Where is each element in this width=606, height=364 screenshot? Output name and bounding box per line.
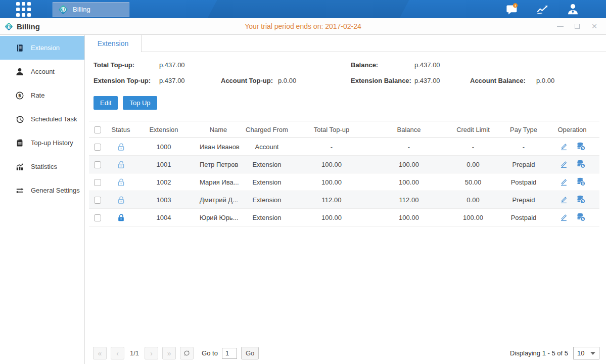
sidebar-item-scheduled-task[interactable]: Scheduled Task: [0, 107, 84, 131]
col-total-topup: Total Top-up: [289, 121, 374, 138]
col-credit-limit: Credit Limit: [444, 121, 502, 138]
cell-pay-type: Postpaid: [502, 209, 545, 226]
edit-pencil-icon[interactable]: [559, 142, 568, 152]
maximize-button[interactable]: [574, 23, 581, 30]
select-all-checkbox[interactable]: [94, 126, 101, 133]
cell-name: Дмитрий Д...: [192, 191, 245, 209]
svg-text:$: $: [582, 199, 584, 203]
unlocked-icon: [117, 195, 125, 203]
prev-page-button[interactable]: ‹: [111, 347, 124, 359]
total-topup-value: p.437.00: [159, 61, 185, 69]
account-balance-label: Account Balance:: [470, 77, 536, 84]
page-size-select[interactable]: 10: [573, 347, 599, 359]
edit-pencil-icon[interactable]: [559, 177, 568, 188]
goto-page-input[interactable]: [222, 348, 237, 359]
cell-charged-from: Account: [245, 138, 289, 156]
balance-label: Balance:: [351, 61, 414, 69]
cell-balance: 100.00: [374, 209, 444, 226]
sidebar-item-rate[interactable]: $ Rate: [0, 83, 84, 107]
svg-text:$: $: [582, 181, 584, 185]
topup-button[interactable]: Top Up: [123, 96, 157, 110]
col-balance: Balance: [374, 121, 444, 138]
unlocked-icon: [117, 142, 125, 150]
svg-text:!: !: [515, 4, 516, 8]
cell-name: Иван Иванов: [192, 138, 245, 156]
chevron-down-icon: [590, 352, 595, 355]
page-info: 1/1: [130, 349, 139, 357]
row-checkbox[interactable]: [94, 197, 101, 204]
first-page-button[interactable]: «: [93, 347, 107, 359]
apps-grid-icon[interactable]: [16, 2, 31, 17]
summary-panel: Total Top-up: p.437.00 Extension Top-up:…: [85, 57, 606, 88]
go-button[interactable]: Go: [241, 347, 259, 359]
sidebar-item-general-settings[interactable]: General Settings: [0, 178, 84, 202]
table-row: 1002 Мария Ива... Extension 100.00 100.0…: [89, 173, 599, 191]
billing-app-tab[interactable]: $ Billing: [53, 2, 129, 17]
last-page-button[interactable]: »: [162, 347, 176, 359]
extension-balance-label: Extension Balance:: [351, 77, 414, 84]
next-page-button[interactable]: ›: [145, 347, 158, 359]
topup-coins-icon[interactable]: $: [576, 212, 585, 223]
goto-label: Go to: [202, 349, 218, 357]
refresh-button[interactable]: [180, 347, 194, 359]
cell-charged-from: Extension: [245, 173, 289, 191]
sidebar-item-label: Statistics: [31, 163, 57, 170]
cell-extension: 1003: [135, 191, 192, 209]
sidebar-item-label: Scheduled Task: [31, 115, 77, 123]
transfer-icon: [15, 186, 24, 195]
cell-name: Петр Петров: [192, 156, 245, 173]
col-status: Status: [106, 121, 135, 138]
ledger-icon: [15, 43, 24, 53]
balance-value: p.437.00: [414, 61, 440, 69]
cell-pay-type: Prepaid: [502, 191, 545, 209]
sidebar-item-statistics[interactable]: Statistics: [0, 155, 84, 178]
table-header-row: Status Extension Name Charged From Total…: [89, 121, 599, 138]
cell-total-topup: -: [289, 138, 374, 156]
user-account-icon[interactable]: [566, 3, 580, 15]
edit-pencil-icon[interactable]: [559, 212, 568, 223]
topup-coins-icon[interactable]: $: [576, 195, 585, 205]
tab-label: Extension: [98, 39, 128, 48]
sidebar-item-topup-history[interactable]: Top-up History: [0, 131, 84, 155]
billing-window-icon: $: [4, 22, 14, 31]
close-button[interactable]: ×: [591, 23, 598, 30]
minimize-button[interactable]: [556, 23, 564, 30]
edit-button[interactable]: Edit: [94, 96, 118, 110]
col-pay-type: Pay Type: [502, 121, 545, 138]
svg-text:$: $: [18, 93, 22, 98]
topup-coins-icon[interactable]: $: [576, 177, 585, 188]
pagination-bar: « ‹ 1/1 › » Go to Go Displayi: [93, 347, 599, 359]
col-charged-from: Charged From: [245, 121, 289, 138]
cell-credit-limit: 100.00: [444, 209, 502, 226]
cell-credit-limit: -: [444, 138, 502, 156]
cell-charged-from: Extension: [245, 209, 289, 226]
cell-balance: 100.00: [374, 173, 444, 191]
table-row: 1004 Юрий Юрь... Extension 100.00 100.00…: [89, 209, 599, 226]
tab-extension[interactable]: Extension: [85, 35, 142, 52]
cell-total-topup: 100.00: [289, 173, 374, 191]
sidebar-item-label: Rate: [31, 92, 44, 99]
sidebar-item-account[interactable]: Account: [0, 60, 84, 83]
topup-coins-icon[interactable]: $: [576, 159, 585, 170]
total-topup-label: Total Top-up:: [94, 61, 159, 69]
row-checkbox[interactable]: [94, 179, 101, 186]
row-checkbox[interactable]: [94, 161, 101, 168]
topup-coins-icon[interactable]: $: [576, 142, 585, 152]
svg-text:$: $: [582, 146, 584, 150]
cell-extension: 1001: [135, 156, 192, 173]
cell-balance: -: [374, 138, 444, 156]
cell-balance: 112.00: [374, 191, 444, 209]
table-row: 1003 Дмитрий Д... Extension 112.00 112.0…: [89, 191, 599, 209]
window-title: Billing: [17, 22, 40, 31]
edit-pencil-icon[interactable]: [559, 159, 568, 170]
sidebar-item-extension[interactable]: Extension: [0, 36, 84, 60]
row-checkbox[interactable]: [94, 214, 101, 221]
notifications-icon[interactable]: !: [505, 3, 519, 15]
cell-pay-type: Postpaid: [502, 173, 545, 191]
edit-pencil-icon[interactable]: [559, 195, 568, 205]
row-checkbox[interactable]: [94, 144, 101, 151]
account-topup-value: p.0.00: [278, 77, 296, 84]
trial-notice: Your trial period ends on: 2017-02-24: [245, 22, 361, 30]
cell-total-topup: 112.00: [289, 191, 374, 209]
resource-monitor-icon[interactable]: [535, 3, 549, 15]
